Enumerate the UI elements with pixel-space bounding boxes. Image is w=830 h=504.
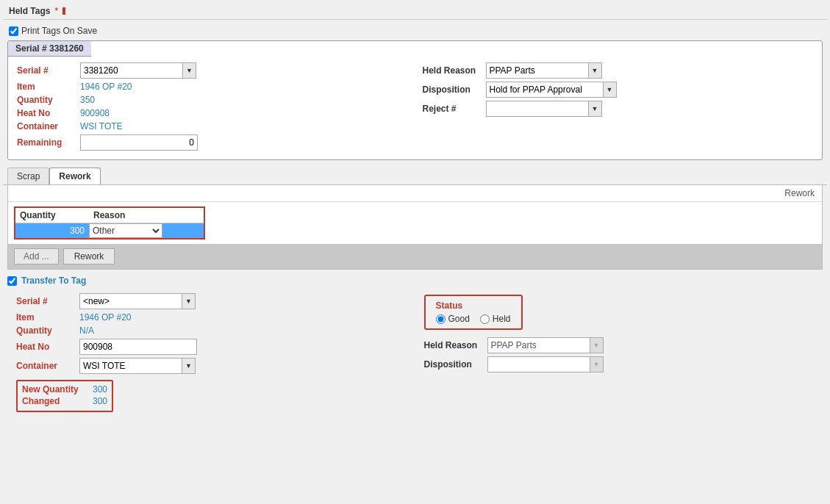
rework-td-quantity: 300: [15, 223, 89, 238]
radio-group: Good Held: [436, 314, 511, 324]
status-title: Status: [436, 300, 511, 311]
tr-held-reason-wrapper: ▼: [487, 337, 604, 353]
tr-heat-input[interactable]: [79, 339, 197, 355]
serial-form: Serial # ▼ Item 1946 OP #20 Quantity 350…: [8, 57, 822, 159]
held-reason-input[interactable]: [486, 62, 589, 79]
changed-label: Changed: [22, 396, 88, 406]
rework-table: Quantity Reason 300 Other Defect Damage: [14, 206, 205, 240]
serial-right-col: Held Reason ▼ Disposition ▼ Reject #: [423, 62, 814, 154]
serial-hash-group: Serial # ▼: [17, 62, 408, 79]
quantity-value: 350: [80, 95, 95, 105]
remaining-input[interactable]: [80, 134, 198, 151]
radio-good: Good: [436, 314, 470, 324]
held-radio[interactable]: [480, 314, 490, 324]
tr-serial-label: Serial #: [16, 296, 75, 306]
serial-tab[interactable]: Serial # 3381260: [8, 41, 91, 57]
tr-container-label: Container: [16, 361, 75, 371]
held-label: Held: [493, 314, 511, 324]
serial-left-col: Serial # ▼ Item 1946 OP #20 Quantity 350…: [17, 62, 408, 154]
held-reason-group: Held Reason ▼: [423, 62, 814, 79]
new-qty-label: New Quantity: [22, 384, 88, 395]
tr-held-reason-group: Held Reason ▼: [424, 337, 815, 353]
rework-panel: Rework Quantity Reason 300 Other Defect …: [7, 185, 823, 270]
reject-input[interactable]: [486, 101, 589, 117]
disposition-dropdown-btn[interactable]: ▼: [604, 82, 617, 98]
serial-input[interactable]: [80, 62, 183, 79]
tr-serial-dropdown[interactable]: ▼: [182, 293, 196, 309]
rework-table-header: Quantity Reason: [15, 208, 204, 223]
radio-held: Held: [480, 314, 511, 324]
changed-value: 300: [93, 396, 107, 406]
quantity-group: Quantity 350: [17, 95, 408, 105]
add-button[interactable]: Add ...: [14, 248, 59, 264]
good-radio[interactable]: [436, 314, 446, 324]
disposition-wrapper: ▼: [486, 82, 617, 98]
print-tags-checkbox[interactable]: [9, 26, 18, 36]
tr-serial-wrapper: ▼: [79, 293, 196, 309]
tr-item-value: 1946 OP #20: [79, 312, 132, 323]
tr-serial-input[interactable]: [79, 293, 182, 309]
new-qty-value: 300: [93, 384, 107, 395]
tr-held-reason-label: Held Reason: [424, 340, 483, 350]
tr-disposition-label: Disposition: [424, 359, 483, 370]
rework-row: 300 Other Defect Damage: [15, 223, 204, 238]
heat-no-label: Heat No: [17, 108, 76, 118]
serial-section: Serial # 3381260 Serial # ▼ Item 1946 OP…: [7, 40, 823, 160]
rework-th-reason: Reason: [89, 208, 192, 223]
serial-dropdown-btn[interactable]: ▼: [183, 62, 196, 79]
rework-table-wrapper: Quantity Reason 300 Other Defect Damage: [8, 202, 822, 244]
tr-container-group: Container ▼: [16, 358, 407, 374]
tabs-row: Scrap Rework: [3, 165, 827, 185]
reject-wrapper: ▼: [486, 101, 602, 117]
item-value: 1946 OP #20: [80, 82, 132, 92]
tr-quantity-label: Quantity: [16, 325, 75, 336]
transfer-section: Transfer To Tag Serial # ▼ Item 1946 OP …: [7, 276, 823, 415]
tab-indicator: [62, 7, 65, 15]
tr-serial-group: Serial # ▼: [16, 293, 407, 309]
changed-row: Changed 300: [22, 396, 107, 406]
tr-held-reason-input: [487, 337, 590, 353]
print-tags-row: Print Tags On Save: [3, 23, 827, 40]
container-value: WSI TOTE: [80, 121, 123, 132]
status-box: Status Good Held: [424, 295, 523, 330]
tab-rework[interactable]: Rework: [49, 168, 100, 184]
reject-dropdown-btn[interactable]: ▼: [589, 101, 602, 117]
item-label: Item: [17, 82, 76, 92]
tab-scrap[interactable]: Scrap: [7, 168, 49, 184]
item-group: Item 1946 OP #20: [17, 82, 408, 92]
held-reason-wrapper: ▼: [486, 62, 602, 79]
held-tags-label: Held Tags: [9, 6, 50, 16]
tr-container-input[interactable]: [79, 358, 182, 374]
tr-item-group: Item 1946 OP #20: [16, 312, 407, 323]
quantity-label: Quantity: [17, 95, 76, 105]
new-qty-row: New Quantity 300: [22, 384, 107, 395]
reject-group: Reject # ▼: [423, 101, 814, 117]
page-wrapper: Held Tags * Print Tags On Save Serial # …: [0, 0, 830, 504]
held-reason-dropdown-btn[interactable]: ▼: [589, 62, 602, 79]
tr-disposition-input: [487, 356, 590, 372]
tr-quantity-value: N/A: [79, 325, 94, 336]
disposition-group: Disposition ▼: [423, 82, 814, 98]
heat-no-group: Heat No 900908: [17, 108, 408, 118]
transfer-header: Transfer To Tag: [7, 276, 823, 286]
transfer-label: Transfer To Tag: [21, 276, 86, 286]
disposition-input[interactable]: [486, 82, 604, 98]
transfer-checkbox[interactable]: [7, 276, 17, 286]
transfer-right: Status Good Held Held Reaso: [415, 290, 823, 415]
tr-held-reason-dropdown: ▼: [590, 337, 604, 353]
remaining-group: Remaining: [17, 134, 408, 151]
transfer-body: Serial # ▼ Item 1946 OP #20 Quantity N/A…: [7, 290, 823, 415]
tr-heat-label: Heat No: [16, 342, 75, 352]
rework-th-spacer: [192, 208, 204, 223]
rework-button[interactable]: Rework: [63, 248, 115, 264]
rework-header: Rework: [8, 185, 822, 202]
tr-disposition-dropdown: ▼: [590, 356, 604, 372]
rework-reason-select[interactable]: Other Defect Damage: [89, 223, 162, 238]
serial-input-wrapper: ▼: [80, 62, 196, 79]
disposition-label: Disposition: [423, 84, 482, 95]
asterisk: *: [54, 6, 58, 16]
tr-container-dropdown[interactable]: ▼: [182, 358, 196, 374]
rework-th-quantity: Quantity: [15, 208, 89, 223]
print-tags-label: Print Tags On Save: [21, 26, 97, 36]
container-group: Container WSI TOTE: [17, 121, 408, 132]
